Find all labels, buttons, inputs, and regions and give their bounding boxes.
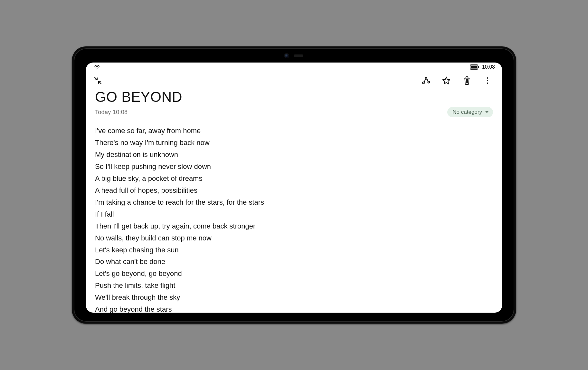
category-label: No category (452, 109, 482, 115)
note-line[interactable]: My destination is unknown (95, 149, 493, 161)
note-line[interactable]: Push the limits, take flight (95, 280, 493, 292)
share-icon (421, 76, 430, 85)
favorite-button[interactable] (440, 74, 452, 87)
note-line[interactable]: And go beyond the stars (95, 304, 493, 313)
more-options-button[interactable] (481, 74, 494, 87)
category-selector[interactable]: No category (447, 107, 493, 117)
star-icon (442, 76, 451, 85)
note-line[interactable]: Let's keep chasing the sun (95, 244, 493, 256)
note-line[interactable]: We'll break through the sky (95, 292, 493, 304)
note-line[interactable]: A big blue sky, a pocket of dreams (95, 173, 493, 185)
note-line[interactable]: Do what can't be done (95, 256, 493, 268)
collapse-button[interactable] (92, 74, 104, 87)
tablet-device-frame: 10:08 (72, 46, 516, 324)
status-time: 10:08 (482, 64, 495, 70)
camera-lens-icon (285, 54, 289, 58)
svg-point-9 (487, 83, 488, 84)
note-line[interactable]: There's no way I'm turning back now (95, 137, 493, 149)
front-camera-cluster (285, 54, 303, 58)
sensor-slot-icon (294, 54, 303, 57)
status-bar: 10:08 (86, 63, 502, 72)
note-line[interactable]: I've come so far, away from home (95, 125, 493, 137)
note-line[interactable]: A head full of hopes, possibilities (95, 185, 493, 197)
share-button[interactable] (420, 74, 432, 87)
trash-icon (463, 76, 471, 85)
svg-point-8 (487, 80, 488, 81)
battery-icon (470, 64, 479, 70)
more-vertical-icon (487, 77, 488, 84)
note-toolbar (86, 72, 502, 90)
svg-rect-3 (478, 66, 479, 68)
chevron-down-icon (485, 111, 488, 113)
svg-rect-2 (471, 66, 477, 69)
screen: 10:08 (86, 63, 502, 313)
collapse-icon (94, 76, 102, 85)
svg-point-0 (97, 69, 97, 69)
note-title[interactable]: GO BEYOND (95, 90, 493, 105)
note-line[interactable]: Let's go beyond, go beyond (95, 268, 493, 280)
note-line[interactable]: If I fall (95, 209, 493, 220)
svg-point-7 (487, 77, 488, 79)
wifi-icon (94, 64, 100, 70)
note-timestamp: Today 10:08 (95, 109, 128, 116)
note-body[interactable]: I've come so far, away from homeThere's … (95, 125, 493, 313)
note-line[interactable]: I'm taking a chance to reach for the sta… (95, 197, 493, 209)
note-line[interactable]: No walls, they build can stop me now (95, 232, 493, 244)
note-line[interactable]: Then I'll get back up, try again, come b… (95, 220, 493, 232)
note-content-area[interactable]: GO BEYOND Today 10:08 No category I've c… (86, 90, 502, 313)
delete-button[interactable] (461, 74, 473, 87)
note-line[interactable]: So I'll keep pushing never slow down (95, 161, 493, 173)
